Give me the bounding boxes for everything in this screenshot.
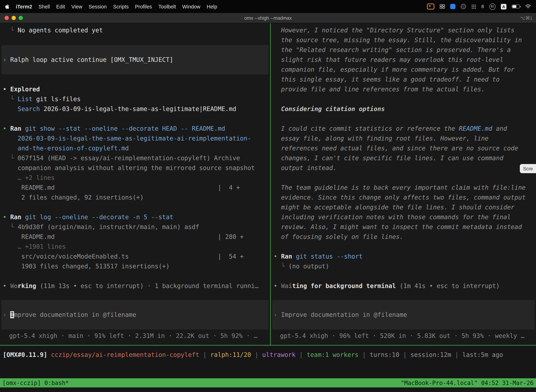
terminal-text-segment: Ran: [281, 253, 292, 260]
terminal-line: • Waiting for background terminal (1m 41…: [274, 281, 533, 291]
menu-item-window[interactable]: Window: [182, 4, 200, 9]
terminal-text-segment: and: [492, 125, 507, 132]
terminal-text-segment: and-the-erosion-of-copyleft.md: [3, 145, 129, 152]
terminal-text-segment: (1m 41s • esc to interrupt): [396, 282, 500, 289]
battery-icon[interactable]: [512, 5, 520, 9]
terminal-text-segment: |: [296, 351, 307, 358]
terminal-text-segment: companion analysis without altering the …: [3, 164, 255, 171]
terminal-line: references need actual files, and since …: [274, 143, 533, 153]
menu-bar-left: iTerm2 Shell Edit View Session Scripts P…: [5, 4, 217, 9]
terminal-line: [274, 114, 533, 124]
terminal-line: 1903 files changed, 513517 insertions(+): [3, 261, 267, 271]
terminal-text-segment: git show --stat --oneline --decorate HEA…: [21, 125, 225, 132]
menu-extra-gauge-icon[interactable]: 61: [489, 3, 496, 10]
left-prompt-text: › Improve documentation in @filename: [3, 310, 267, 320]
terminal-line: companion file, especially if more comme…: [274, 65, 533, 75]
terminal-text-segment: Ran: [10, 125, 21, 132]
terminal-text-segment: companion file, especially if more comme…: [274, 66, 515, 73]
menu-item-profiles[interactable]: Profiles: [135, 4, 152, 9]
terminal-text-segment: └: [3, 154, 18, 162]
terminal-text-segment: Considering citation options: [274, 105, 385, 112]
terminal-area: └ No agents completed yet › Ralph loop a…: [0, 23, 536, 345]
left-terminal-pane[interactable]: └ No agents completed yet › Ralph loop a…: [0, 23, 270, 345]
screen-share-popover[interactable]: Scre: [520, 164, 536, 173]
tmux-host-time-label: "MacBook-Pro-44.local" 04:52 31-Mar-26: [401, 379, 534, 386]
menu-extra-dark-app-icon[interactable]: [461, 4, 466, 9]
wifi-icon[interactable]: [525, 4, 531, 9]
terminal-line: [3, 202, 267, 212]
window-title-bar[interactable]: omx --xhigh --madmax ⌥⌘1: [0, 13, 536, 23]
menu-item-toolbelt[interactable]: Toolbelt: [158, 4, 176, 9]
right-terminal-pane[interactable]: However, I noticed the "Directory Struct…: [271, 23, 536, 345]
screen: iTerm2 Shell Edit View Session Scripts P…: [0, 0, 536, 392]
window-shortcut-badge: ⌥⌘1: [520, 13, 532, 23]
terminal-text-segment: output instead.: [274, 164, 337, 171]
terminal-text-segment: |: [199, 351, 210, 358]
terminal-text-segment: 067f154 (HEAD -> essay/ai-reimplementati…: [18, 154, 240, 162]
menu-item-iterm2[interactable]: iTerm2: [16, 4, 32, 9]
terminal-line: The team guideline is to back every impo…: [274, 183, 533, 192]
right-pane-scrollback: However, I noticed the "Directory Struct…: [274, 25, 533, 291]
menu-item-view[interactable]: View: [71, 4, 82, 9]
terminal-line: However, I noticed the "Directory Struct…: [274, 25, 533, 35]
terminal-text-segment: |: [451, 351, 462, 358]
terminal-text-segment: List: [18, 96, 32, 103]
terminal-line: • Ran git log --oneline --decorate -n 5 …: [3, 212, 267, 222]
terminal-text-segment: ting for background terminal: [292, 282, 396, 289]
terminal-text-segment: git log --oneline --decorate -n 5 --stat: [21, 214, 173, 221]
terminal-line: › Ralph loop active continue [OMX_TMUX_I…: [3, 55, 267, 65]
terminal-text-segment: Improve documentation in @filename: [281, 311, 407, 318]
ralph-inject-banner: › Ralph loop active continue [OMX_TMUX_I…: [1, 45, 269, 75]
terminal-text-segment: README.md | 4 +: [3, 184, 240, 191]
terminal-text-segment: •: [3, 125, 10, 132]
menu-item-session[interactable]: Session: [89, 4, 107, 9]
menu-extra-app-grid-icon[interactable]: [471, 4, 476, 9]
terminal-line: this single essay, it seems like a good …: [274, 75, 533, 84]
terminal-line: [3, 35, 267, 45]
menu-item-help[interactable]: Help: [207, 4, 217, 9]
terminal-text-segment: No agents completed yet: [18, 27, 103, 34]
terminal-line: › Improve documentation in @filename: [274, 310, 533, 320]
terminal-line: README.md | 4 +: [3, 183, 267, 192]
terminal-text-segment: I: [10, 311, 14, 318]
tmux-session-window-label: [omx-cczip] 0:bash*: [2, 379, 69, 386]
terminal-line: └ 067f154 (HEAD -> essay/ai-reimplementa…: [3, 153, 267, 163]
menu-extra-glyph-icon[interactable]: 8: [482, 4, 484, 9]
terminal-text-segment: (11m 13s • esc to interrupt) · 1 backgro…: [36, 282, 258, 289]
terminal-line: └ (no output): [274, 261, 533, 271]
left-prompt-input[interactable]: › Improve documentation in @filename: [1, 300, 269, 330]
terminal-line: README.md | 280 +: [3, 232, 267, 242]
terminal-text-segment: git status --short: [292, 253, 362, 260]
terminal-text-segment: Wo: [10, 282, 18, 289]
terminal-text-segment: cczip/essay/ai-reimplementation-copyleft: [51, 351, 199, 358]
terminal-text-segment: Ralph loop active continue [OMX_TMUX_INJ…: [10, 56, 173, 63]
terminal-text-segment: └: [3, 96, 18, 103]
menu-extra-blue-app-icon[interactable]: [450, 4, 455, 9]
terminal-text-segment: |: [251, 351, 262, 358]
menu-item-edit[interactable]: Edit: [56, 4, 65, 9]
terminal-line: Search 2026-03-09-is-legal-the-same-as-l…: [3, 104, 267, 114]
right-prompt-input[interactable]: › Improve documentation in @filename: [272, 300, 535, 330]
terminal-line: essay file, along with finding root file…: [274, 134, 533, 143]
terminal-line: … +1901 lines: [3, 242, 267, 252]
menu-bar-status-items: 8 61 A: [427, 3, 531, 10]
screen-recording-indicator-icon[interactable]: [427, 4, 434, 9]
terminal-line: 2026-03-09-is-legal-the-same-as-legitima…: [3, 134, 267, 143]
keyboard-input-source-icon[interactable]: A: [501, 4, 507, 9]
terminal-line: [3, 75, 267, 84]
terminal-text-segment: 2026-03-09-is-legal-the-same-as-legitima…: [3, 135, 251, 142]
terminal-text-segment: The team guideline is to back every impo…: [274, 184, 526, 191]
terminal-text-segment: 4b9d30f (origin/main, instructkr/main, m…: [18, 223, 199, 230]
apple-menu-icon[interactable]: [5, 4, 10, 9]
terminal-text-segment: Wai: [281, 282, 292, 289]
menu-extra-windows-icon[interactable]: [440, 4, 445, 9]
terminal-text-segment: |: [399, 351, 411, 358]
menu-item-shell[interactable]: Shell: [38, 4, 50, 9]
terminal-line: [3, 271, 267, 281]
terminal-line: review. Also, I might want to inspect th…: [274, 222, 533, 232]
menu-item-scripts[interactable]: Scripts: [113, 4, 129, 9]
right-model-status-line: gpt-5.4 xhigh · 96% left · 520K in · 5.8…: [274, 331, 533, 341]
terminal-text-segment: mprove documentation in @filename: [14, 311, 136, 318]
terminal-text-segment: the source tree, missing the essay. Stil…: [274, 37, 522, 44]
terminal-text-segment: ›: [274, 311, 281, 318]
